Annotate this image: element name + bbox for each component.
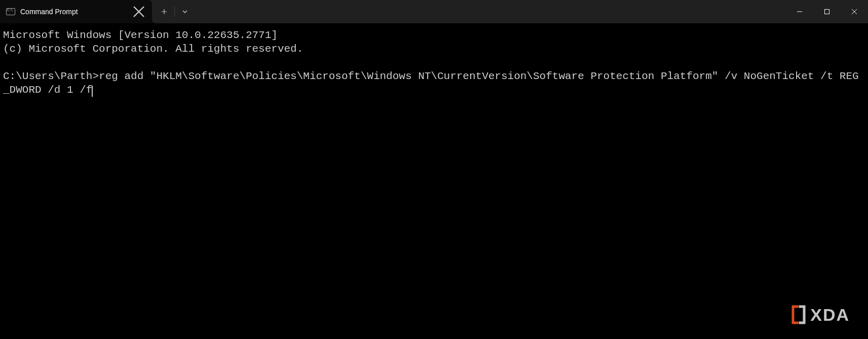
terminal-output[interactable]: Microsoft Windows [Version 10.0.22635.27…: [0, 23, 868, 339]
tab-active[interactable]: Command Prompt: [0, 0, 152, 23]
window-controls: [786, 0, 868, 23]
maximize-button[interactable]: [813, 0, 841, 23]
svg-rect-0: [825, 10, 829, 14]
xda-logo-icon: [790, 305, 807, 325]
divider: [174, 7, 175, 17]
cmd-icon: [6, 8, 15, 15]
minimize-button[interactable]: [786, 0, 813, 23]
blank-line: [3, 56, 865, 69]
close-icon: [133, 6, 145, 18]
plus-icon: [161, 9, 167, 15]
cursor: [92, 86, 93, 97]
tab-title: Command Prompt: [20, 8, 128, 16]
minimize-icon: [797, 9, 803, 15]
banner-line: (c) Microsoft Corporation. All rights re…: [3, 42, 865, 56]
watermark: XDA: [790, 305, 850, 325]
tab-close-button[interactable]: [133, 6, 145, 18]
chevron-down-icon: [182, 9, 188, 15]
prompt: C:\Users\Parth>: [3, 70, 99, 82]
maximize-icon: [824, 9, 830, 15]
close-icon: [851, 9, 857, 15]
new-tab-button[interactable]: [155, 4, 173, 19]
watermark-text: XDA: [810, 308, 850, 322]
tab-controls: [152, 0, 194, 23]
command-text: reg add "HKLM\Software\Policies\Microsof…: [3, 70, 859, 96]
banner-line: Microsoft Windows [Version 10.0.22635.27…: [3, 28, 865, 42]
prompt-line: C:\Users\Parth>reg add "HKLM\Software\Po…: [3, 69, 865, 97]
titlebar-drag-region[interactable]: [194, 0, 786, 23]
tab-dropdown-button[interactable]: [176, 4, 194, 19]
close-window-button[interactable]: [841, 0, 868, 23]
titlebar: Command Prompt: [0, 0, 868, 23]
terminal-window: Command Prompt Micr: [0, 0, 868, 339]
